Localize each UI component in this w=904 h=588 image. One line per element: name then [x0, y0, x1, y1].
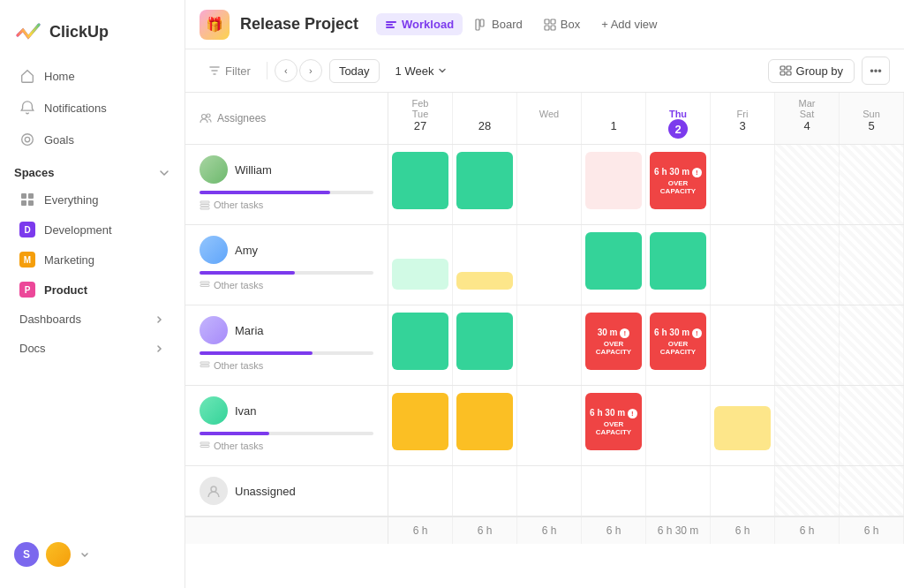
- next-arrow-button[interactable]: ›: [299, 59, 322, 82]
- unassigned-avatar: [200, 477, 228, 505]
- svg-rect-23: [200, 366, 209, 367]
- sidebar-item-notifications[interactable]: Notifications: [5, 93, 179, 123]
- spaces-header[interactable]: Spaces: [0, 155, 185, 185]
- filter-button[interactable]: Filter: [200, 60, 260, 82]
- task-green2: [456, 313, 513, 370]
- sidebar-item-home[interactable]: Home: [5, 61, 179, 91]
- ivan-cell-5: [711, 386, 775, 465]
- task-block: [456, 152, 513, 209]
- tab-box[interactable]: Box: [535, 13, 589, 35]
- amy-progress-fill: [200, 271, 295, 275]
- maria-cell-4: 6 h 30 m ! OVER CAPACITY: [646, 305, 711, 385]
- group-by-button[interactable]: Group by: [768, 59, 855, 83]
- task-block-green2: [650, 232, 706, 290]
- unassigned-cell-1: [453, 466, 517, 516]
- svg-rect-8: [551, 19, 555, 24]
- filter-label: Filter: [225, 64, 251, 78]
- sidebar-item-marketing[interactable]: M Marketing: [5, 245, 179, 274]
- assignees-header-label: Assignees: [217, 112, 266, 124]
- sidebar-item-dashboards[interactable]: Dashboards: [5, 305, 179, 333]
- more-options-button[interactable]: •••: [862, 57, 890, 85]
- amy-cell-4: [646, 225, 711, 305]
- svg-rect-22: [200, 362, 209, 364]
- maria-cell-sat: [775, 305, 840, 385]
- board-tab-label: Board: [492, 18, 523, 31]
- dashboards-label: Dashboards: [19, 313, 81, 326]
- task-yellow: [714, 406, 771, 450]
- today-button[interactable]: Today: [329, 59, 380, 83]
- svg-point-1: [25, 137, 29, 141]
- week-chevron-icon: [437, 65, 448, 76]
- more-dots-icon: •••: [870, 64, 882, 78]
- amy-cell-sun: [840, 225, 904, 305]
- assignees-column-header: Assignees: [185, 93, 388, 144]
- ivan-cell-sun: [840, 386, 904, 465]
- ivan-progress-fill: [200, 432, 269, 435]
- svg-rect-11: [780, 66, 785, 70]
- task-orange2: [456, 393, 513, 450]
- ivan-over-capacity: 6 h 30 m ! OVER CAPACITY: [585, 393, 642, 450]
- tab-workload[interactable]: Workload: [376, 13, 463, 35]
- add-view-button[interactable]: + Add view: [592, 13, 666, 35]
- sidebar-item-development[interactable]: D Development: [5, 215, 179, 244]
- sidebar-item-goals[interactable]: Goals: [5, 124, 179, 155]
- ivan-info: Ivan Other tasks: [185, 386, 388, 465]
- today-label: Today: [339, 64, 370, 78]
- workload-grid: Assignees Feb Tue 27 28 Wed: [185, 93, 904, 588]
- home-icon: [19, 68, 35, 84]
- hours-label: [185, 517, 388, 544]
- hours-7: 6 h: [840, 517, 904, 544]
- assignees-icon: [200, 112, 212, 124]
- tab-board[interactable]: Board: [466, 13, 531, 35]
- task-green: [392, 313, 448, 370]
- maria-name: Maria: [235, 324, 264, 337]
- maria-avatar: [200, 316, 228, 344]
- date-nav-arrows: ‹ ›: [275, 59, 322, 82]
- sidebar-item-product[interactable]: P Product: [5, 275, 179, 304]
- sidebar: ClickUp Home Notifications Goals Spaces …: [0, 0, 185, 588]
- toolbar-divider: [267, 62, 267, 79]
- app-logo[interactable]: ClickUp: [0, 11, 185, 60]
- william-cell-2: [517, 145, 582, 224]
- unassigned-cell-0: [388, 466, 453, 516]
- date-col-sun: Sun 5: [840, 93, 904, 144]
- marketing-label: Marketing: [44, 253, 94, 267]
- amy-name: Amy: [235, 244, 258, 257]
- date-col-28: 28: [453, 93, 517, 144]
- chevron-right-icon-docs: [154, 343, 165, 354]
- william-cell-4: 6 h 30 m ! OVER CAPACITY: [646, 145, 711, 224]
- target-icon: [19, 132, 35, 147]
- hours-1: 6 h: [453, 517, 517, 544]
- sidebar-item-everything[interactable]: Everything: [5, 185, 179, 214]
- date-col-thu: Thu 2: [646, 93, 711, 144]
- maria-cell-sun: [840, 305, 904, 385]
- date-col-feb: Feb Tue 27: [388, 93, 453, 144]
- clickup-logo-icon: [14, 18, 42, 46]
- week-selector[interactable]: 1 Week: [387, 60, 457, 82]
- notifications-label: Notifications: [44, 102, 107, 115]
- development-dot: D: [19, 222, 35, 237]
- william-cell-0: [388, 145, 453, 224]
- svg-rect-25: [200, 446, 209, 448]
- svg-point-0: [22, 134, 34, 146]
- date-col-fri: Fri 3: [711, 93, 775, 144]
- sidebar-item-docs[interactable]: Docs: [5, 335, 179, 362]
- date-columns: Feb Tue 27 28 Wed 1: [388, 93, 904, 144]
- bell-icon: [19, 100, 35, 116]
- unassigned-row: Unassigned: [185, 466, 904, 516]
- assignee-row-william: William Other tasks: [185, 145, 904, 225]
- ivan-cell-4: [646, 386, 711, 465]
- box-tab-label: Box: [561, 18, 580, 31]
- william-name: William: [235, 163, 272, 177]
- unassigned-cell-sat: [775, 466, 840, 516]
- user-profile[interactable]: S: [0, 531, 185, 577]
- amy-info: Amy Other tasks: [185, 225, 388, 305]
- prev-arrow-button[interactable]: ‹: [275, 59, 298, 82]
- unassigned-cell-5: [711, 466, 775, 516]
- ivan-top: Ivan: [200, 396, 373, 425]
- everything-icon: [19, 192, 35, 207]
- chevron-down-icon: [158, 167, 170, 179]
- svg-rect-9: [545, 26, 549, 30]
- filter-icon: [208, 64, 221, 77]
- svg-rect-13: [780, 72, 785, 75]
